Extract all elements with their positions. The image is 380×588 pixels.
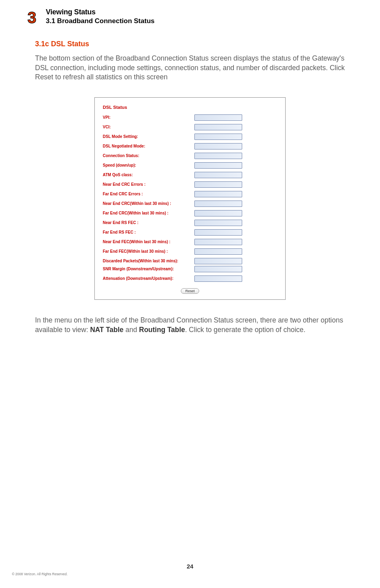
figure-row: Near End CRC(Within last 30 mins) : xyxy=(103,201,277,207)
section-paragraph-1: The bottom section of the Broadband Conn… xyxy=(35,54,345,82)
figure-row-value xyxy=(194,162,242,169)
figure-row: ATM QoS class: xyxy=(103,172,277,178)
figure-title: DSL Status xyxy=(103,105,277,110)
figure-row-label: Attenuation (Downstream/Upstream): xyxy=(103,276,194,281)
figure-row-value xyxy=(194,239,242,245)
figure-row-value xyxy=(194,172,242,178)
figure-row-value xyxy=(194,266,242,272)
figure-row-label: DSL Mode Setting: xyxy=(103,134,194,139)
page-header: 3 Viewing Status 3.1 Broadband Connectio… xyxy=(0,0,380,26)
figure-row: Speed (down/up): xyxy=(103,162,277,169)
figure-row: DSL Negotiated Mode: xyxy=(103,143,277,149)
figure-row-label: Near End CRC(Within last 30 mins) : xyxy=(103,201,194,206)
figure-row-value xyxy=(194,248,242,255)
figure-row-label: Far End CRC Errors : xyxy=(103,192,194,196)
figure-row-value xyxy=(194,114,242,121)
dsl-status-figure: DSL Status VPI:VCI:DSL Mode Setting:DSL … xyxy=(94,97,286,300)
figure-row-label: ATM QoS class: xyxy=(103,173,194,177)
figure-row: Discarded Packets(Within last 30 mins): xyxy=(103,258,277,264)
p2-text-end: . Click to generate the option of choice… xyxy=(185,326,306,334)
figure-row: Far End CRC(Within last 30 mins) : xyxy=(103,210,277,216)
figure-row: Far End RS FEC : xyxy=(103,229,277,236)
figure-row: VCI: xyxy=(103,124,277,130)
figure-row: Attenuation (Downstream/Upstream): xyxy=(103,275,277,282)
figure-row: Near End RS FEC : xyxy=(103,220,277,226)
figure-row-value xyxy=(194,124,242,130)
figure-row: Near End FEC(Within last 30 mins) : xyxy=(103,239,277,245)
figure-row: Far End CRC Errors : xyxy=(103,191,277,197)
figure-row: Connection Status: xyxy=(103,153,277,159)
reset-button[interactable]: Reset xyxy=(181,288,199,294)
figure-row-value xyxy=(194,275,242,282)
figure-row-label: Connection Status: xyxy=(103,153,194,158)
figure-row-value xyxy=(194,201,242,207)
figure-row-value xyxy=(194,153,242,159)
figure-row: VPI: xyxy=(103,114,277,121)
figure-row: DSL Mode Setting: xyxy=(103,134,277,140)
figure-row-value xyxy=(194,210,242,216)
section-heading: 3.1c DSL Status xyxy=(35,40,345,48)
figure-row-label: Near End RS FEC : xyxy=(103,220,194,225)
p2-bold-nat: NAT Table xyxy=(90,326,123,334)
figure-row-label: DSL Negotiated Mode: xyxy=(103,144,194,148)
chapter-number-icon: 3 xyxy=(26,8,41,26)
section-paragraph-2: In the menu on the left side of the Broa… xyxy=(35,316,345,334)
figure-row-value xyxy=(194,258,242,264)
copyright-text: © 2008 Verizon. All Rights Reserved. xyxy=(12,572,68,576)
figure-row-label: VPI: xyxy=(103,115,194,120)
p2-text-mid: and xyxy=(123,326,139,334)
figure-row-label: Near End FEC(Within last 30 mins) : xyxy=(103,240,194,244)
page-number: 24 xyxy=(0,563,380,570)
figure-row-label: Speed (down/up): xyxy=(103,163,194,167)
title-sub: 3.1 Broadband Connection Status xyxy=(46,17,155,25)
figure-row-value xyxy=(194,143,242,149)
figure-row-value xyxy=(194,181,242,188)
figure-row-label: Far End CRC(Within last 30 mins) : xyxy=(103,211,194,215)
figure-row-label: Discarded Packets(Within last 30 mins): xyxy=(103,259,194,263)
figure-row-value xyxy=(194,134,242,140)
figure-row: Far End FEC(Within last 30 mins) : xyxy=(103,248,277,255)
figure-row-value xyxy=(194,220,242,226)
header-titles: Viewing Status 3.1 Broadband Connection … xyxy=(46,8,155,25)
svg-text:3: 3 xyxy=(27,9,36,26)
figure-row-label: Far End FEC(Within last 30 mins) : xyxy=(103,249,194,254)
figure-rows: VPI:VCI:DSL Mode Setting:DSL Negotiated … xyxy=(103,114,277,282)
figure-row: SNR Margin (Downstream/Upstream): xyxy=(103,266,277,272)
content-area: 3.1c DSL Status The bottom section of th… xyxy=(0,26,380,334)
figure-row-label: SNR Margin (Downstream/Upstream): xyxy=(103,267,194,271)
figure-row-label: VCI: xyxy=(103,125,194,129)
figure-row-label: Far End RS FEC : xyxy=(103,230,194,234)
figure-row-label: Near End CRC Errors : xyxy=(103,182,194,187)
figure-row: Near End CRC Errors : xyxy=(103,181,277,188)
p2-bold-routing: Routing Table xyxy=(139,326,185,334)
figure-row-value xyxy=(194,191,242,197)
figure-button-row: Reset xyxy=(103,287,277,294)
title-main: Viewing Status xyxy=(46,8,155,16)
figure-row-value xyxy=(194,229,242,236)
